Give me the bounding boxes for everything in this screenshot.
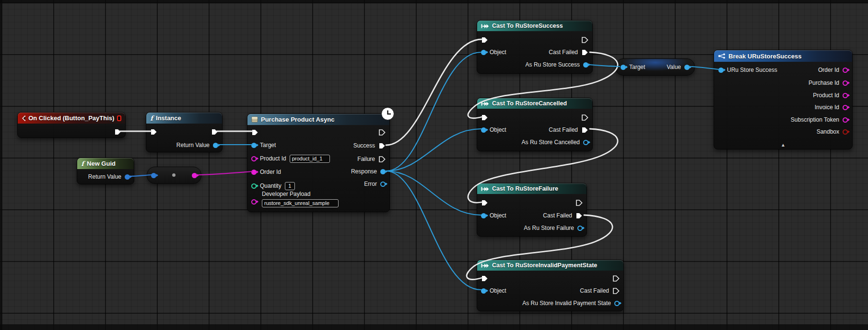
- wire-success-to-cast-success[interactable]: [386, 39, 482, 145]
- node-header[interactable]: Break URuStoreSuccess: [714, 50, 852, 62]
- quantity-input[interactable]: [285, 182, 295, 190]
- pin-label: Target: [629, 64, 645, 70]
- node-header[interactable]: f New Guid: [77, 158, 134, 169]
- developer-payload-input[interactable]: [262, 199, 339, 207]
- exec-in-row: [150, 126, 157, 137]
- object-pin[interactable]: [481, 213, 486, 218]
- target-pin[interactable]: [251, 143, 257, 148]
- cast-failed-pin[interactable]: [612, 287, 620, 295]
- quantity-pin[interactable]: [251, 183, 257, 189]
- object-pin[interactable]: [481, 288, 486, 294]
- exec-in-pin[interactable]: [251, 129, 258, 136]
- node-on-clicked[interactable]: On Clicked (Button_PayThis): [17, 112, 126, 138]
- wire-response-to-cast-failure-object[interactable]: [386, 171, 481, 215]
- getter-value-pin[interactable]: [684, 65, 690, 70]
- success-exec-pin[interactable]: [378, 142, 386, 149]
- object-pin[interactable]: [481, 50, 486, 55]
- purchase-id-pin[interactable]: [843, 80, 848, 86]
- product-id-pin[interactable]: [251, 156, 257, 161]
- exec-in-pin[interactable]: [481, 275, 488, 282]
- exec-out-row: [612, 273, 620, 284]
- pin-label: Subscription Token: [791, 116, 839, 123]
- node-title: New Guid: [87, 160, 116, 167]
- exec-in-pin[interactable]: [481, 36, 488, 44]
- cast-failed-pin[interactable]: [581, 126, 588, 134]
- as-ru-store-failure-pin[interactable]: [577, 226, 583, 231]
- as-ru-store-success-pin[interactable]: [583, 62, 588, 68]
- response-pin[interactable]: [380, 169, 386, 174]
- node-header[interactable]: f Instance: [146, 113, 222, 124]
- exec-in-pin[interactable]: [150, 128, 157, 136]
- node-new-guid[interactable]: f New Guid Return Value: [77, 158, 134, 184]
- order-id-row: Order Id: [818, 65, 848, 75]
- pin-label: Order Id: [818, 67, 839, 73]
- order-id-pin[interactable]: [251, 170, 257, 175]
- exec-out-pin[interactable]: [378, 129, 386, 136]
- invoice-id-pin[interactable]: [843, 105, 848, 110]
- exec-out-pin[interactable]: [581, 114, 588, 121]
- wire-response-to-cast-invalid-object[interactable]: [386, 171, 481, 290]
- order-id-pin[interactable]: [843, 68, 848, 73]
- conversion-output-pin[interactable]: [192, 173, 197, 178]
- node-title: On Clicked (Button_PayThis): [28, 114, 114, 122]
- node-cast-rustore-success[interactable]: Cast To RuStoreSuccess Object Cast Faile…: [477, 20, 593, 74]
- return-value-pin[interactable]: [125, 174, 130, 180]
- wire-response-to-cast-cancelled-object[interactable]: [386, 129, 481, 171]
- node-guid-to-string-conversion[interactable]: [147, 167, 201, 184]
- getter-target-pin[interactable]: [621, 65, 626, 70]
- node-cast-rustore-failure[interactable]: Cast To RuStoreFailure Object Cast Faile…: [477, 183, 587, 237]
- exec-out-row: [114, 126, 121, 137]
- sandbox-pin[interactable]: [843, 129, 848, 135]
- as-row: As Ru Store Failure: [524, 223, 583, 233]
- wire-conversion-to-orderid[interactable]: [198, 171, 252, 175]
- conversion-input-pin[interactable]: [151, 173, 156, 178]
- as-ru-store-invalid-payment-state-pin[interactable]: [614, 301, 620, 306]
- node-title: Cast To RuStoreInvalidPaymentState: [492, 262, 597, 269]
- node-cast-rustore-cancelled[interactable]: Cast To RuStoreCancelled Object Cast Fai…: [477, 98, 593, 151]
- exec-out-pin[interactable]: [211, 128, 218, 136]
- object-pin[interactable]: [481, 127, 486, 133]
- node-value-getter[interactable]: Target Value: [615, 58, 695, 76]
- return-value-pin[interactable]: [213, 143, 218, 148]
- node-purchase-product-async[interactable]: Purchase Product Async Target Product Id…: [247, 114, 390, 212]
- product-id-input[interactable]: [290, 155, 330, 163]
- product-id-pin[interactable]: [843, 93, 848, 98]
- pin-label: Developer Payload: [262, 191, 339, 197]
- developer-payload-pin[interactable]: [251, 199, 257, 205]
- node-header[interactable]: Cast To RuStoreFailure: [477, 183, 586, 194]
- as-ru-store-cancelled-pin[interactable]: [583, 140, 588, 145]
- node-header[interactable]: Purchase Product Async: [247, 114, 389, 125]
- target-row: Target: [251, 140, 276, 150]
- cast-failed-pin[interactable]: [581, 49, 588, 56]
- urustore-success-input-pin[interactable]: [718, 68, 724, 73]
- cast-failed-pin[interactable]: [575, 212, 583, 219]
- wire-response-to-cast-success-object[interactable]: [386, 52, 481, 171]
- pin-label: Failure: [357, 156, 375, 162]
- exec-out-pin[interactable]: [612, 275, 620, 282]
- blueprint-graph-canvas[interactable]: On Clicked (Button_PayThis) f Instance R…: [0, 0, 868, 330]
- cast-double-arrow-icon: [481, 101, 489, 106]
- node-header[interactable]: Cast To RuStoreInvalidPaymentState: [477, 260, 623, 271]
- node-title: Purchase Product Async: [261, 116, 334, 123]
- node-cast-rustore-invalid-payment-state[interactable]: Cast To RuStoreInvalidPaymentState Objec…: [477, 260, 624, 311]
- node-instance[interactable]: f Instance Return Value: [146, 112, 223, 152]
- error-pin[interactable]: [380, 182, 386, 187]
- exec-in-pin[interactable]: [481, 114, 488, 121]
- node-header[interactable]: On Clicked (Button_PayThis): [18, 113, 125, 124]
- exec-out-pin[interactable]: [114, 128, 121, 136]
- subscription-token-pin[interactable]: [843, 117, 848, 123]
- exec-in-row: [481, 197, 488, 208]
- node-header[interactable]: Cast To RuStoreSuccess: [477, 21, 592, 31]
- cast-failed-row: Cast Failed: [580, 285, 620, 296]
- exec-in-pin[interactable]: [481, 199, 488, 206]
- pin-label: Error: [364, 181, 377, 187]
- exec-out-pin[interactable]: [581, 36, 588, 44]
- node-header[interactable]: Cast To RuStoreCancelled: [477, 98, 592, 109]
- failure-exec-pin[interactable]: [378, 156, 386, 163]
- pin-label: Target: [260, 142, 276, 148]
- collapse-up-arrow[interactable]: ▲: [781, 143, 786, 148]
- node-break-urustore-success[interactable]: Break URuStoreSuccess URu Store Success …: [714, 50, 853, 149]
- delegate-pin[interactable]: [117, 115, 121, 121]
- pin-label: As Ru Store Cancelled: [522, 139, 580, 146]
- exec-out-pin[interactable]: [575, 199, 583, 206]
